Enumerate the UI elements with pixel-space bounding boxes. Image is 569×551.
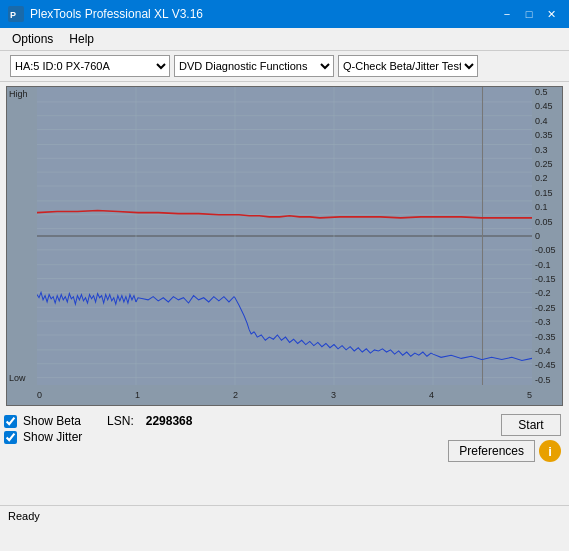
minimize-button[interactable]: − — [497, 4, 517, 24]
show-jitter-row: Show Jitter — [4, 430, 192, 444]
drive-select[interactable]: HA:5 ID:0 PX-760A — [10, 55, 170, 77]
high-label: High — [9, 89, 28, 99]
lsn-label: LSN: — [107, 414, 134, 428]
restore-button[interactable]: □ — [519, 4, 539, 24]
show-beta-label[interactable]: Show Beta — [23, 414, 81, 428]
show-beta-row: Show Beta LSN: 2298368 — [4, 414, 192, 428]
preferences-row: Preferences i — [448, 440, 561, 462]
toolbar: HA:5 ID:0 PX-760A DVD Diagnostic Functio… — [0, 51, 569, 82]
app-icon: P — [8, 6, 24, 22]
svg-text:P: P — [10, 10, 16, 20]
status-text: Ready — [8, 510, 40, 522]
test-select[interactable]: Q-Check Beta/Jitter Test — [338, 55, 478, 77]
bottom-panel: Show Beta LSN: 2298368 Show Jitter Start… — [0, 410, 569, 448]
status-bar: Ready — [0, 505, 569, 525]
preferences-button[interactable]: Preferences — [448, 440, 535, 462]
info-button[interactable]: i — [539, 440, 561, 462]
lsn-value: 2298368 — [146, 414, 193, 428]
x-axis: 0 1 2 3 4 5 — [37, 385, 532, 405]
menu-help[interactable]: Help — [61, 30, 102, 48]
y-axis-right: 0.5 0.45 0.4 0.35 0.3 0.25 0.2 0.15 0.1 … — [532, 87, 562, 385]
checkboxes-panel: Show Beta LSN: 2298368 Show Jitter — [4, 414, 192, 444]
action-buttons: Start Preferences i — [448, 414, 561, 462]
menu-bar: Options Help — [0, 28, 569, 51]
show-beta-checkbox[interactable] — [4, 415, 17, 428]
show-jitter-label[interactable]: Show Jitter — [23, 430, 82, 444]
start-button[interactable]: Start — [501, 414, 561, 436]
chart-container: High Low 0.5 0.45 0.4 0.35 0.3 0.25 0.2 … — [6, 86, 563, 406]
close-button[interactable]: ✕ — [541, 4, 561, 24]
show-jitter-checkbox[interactable] — [4, 431, 17, 444]
menu-options[interactable]: Options — [4, 30, 61, 48]
low-label: Low — [9, 373, 26, 383]
window-title: PlexTools Professional XL V3.16 — [30, 7, 203, 21]
chart-plot — [37, 87, 532, 385]
title-bar: P PlexTools Professional XL V3.16 − □ ✕ — [0, 0, 569, 28]
function-select[interactable]: DVD Diagnostic Functions — [174, 55, 334, 77]
